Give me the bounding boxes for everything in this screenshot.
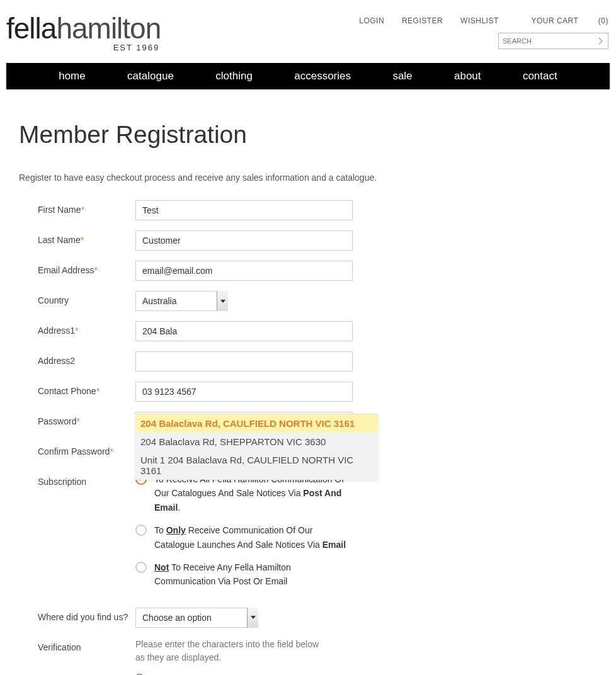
email-label: Email Address <box>38 265 94 275</box>
nav-clothing[interactable]: clothing <box>215 70 253 82</box>
country-label: Country <box>38 295 69 305</box>
logo-brand-bold: fella <box>6 12 56 45</box>
subscription-opt3-text: Not To Receive Any Fella Hamilton Commun… <box>154 560 353 589</box>
find-us-label: Where did you find us? <box>38 612 128 622</box>
address2-input[interactable] <box>135 351 353 372</box>
nav-accessories[interactable]: accessories <box>294 70 351 82</box>
wishlist-link[interactable]: WISHLIST <box>460 16 498 25</box>
phone-input[interactable] <box>135 382 353 402</box>
captcha-image: Qub <box>135 672 324 675</box>
intro-text: Register to have easy checkout process a… <box>19 173 597 183</box>
nav-contact[interactable]: contact <box>523 70 557 82</box>
autocomplete-item[interactable]: Unit 1 204 Balaclava Rd, CAULFIELD NORTH… <box>135 451 378 480</box>
nav-catalogue[interactable]: catalogue <box>127 70 174 82</box>
confirm-password-label: Confirm Password <box>38 446 110 457</box>
verification-instructions: Please enter the characters into the fie… <box>135 638 324 664</box>
verification-label: Verification <box>38 642 81 652</box>
password-label: Password <box>38 416 76 426</box>
address1-input[interactable] <box>135 321 353 341</box>
page-title: Member Registration <box>19 121 597 149</box>
cart-count: (0) <box>598 16 608 25</box>
login-link[interactable]: LOGIN <box>359 16 384 25</box>
subscription-label: Subscription <box>38 477 86 487</box>
autocomplete-item[interactable]: 204 Balaclava Rd, SHEPPARTON VIC 3630 <box>135 433 378 451</box>
main-content: Member Registration Register to have eas… <box>0 89 616 675</box>
find-us-select[interactable]: Choose an option <box>135 608 258 628</box>
address2-label: Address2 <box>38 356 75 366</box>
address-autocomplete-dropdown: 204 Balaclava Rd, CAULFIELD NORTH VIC 31… <box>135 414 378 480</box>
last-name-label: Last Name <box>38 235 81 245</box>
top-links: LOGIN REGISTER WISHLIST YOUR CART (0) <box>344 16 608 25</box>
last-name-input[interactable] <box>135 230 353 251</box>
chevron-right-icon <box>598 37 603 45</box>
address1-label: Address1 <box>38 326 75 336</box>
nav-about[interactable]: about <box>454 70 481 82</box>
search-input[interactable] <box>499 33 594 48</box>
logo[interactable]: fellahamilton EST 1969 <box>6 11 161 52</box>
first-name-input[interactable] <box>135 200 353 220</box>
email-input[interactable] <box>135 261 353 281</box>
header: fellahamilton EST 1969 LOGIN REGISTER WI… <box>0 0 616 63</box>
register-link[interactable]: REGISTER <box>402 16 443 25</box>
cart-link[interactable]: YOUR CART (0) <box>516 16 608 25</box>
logo-brand-light: hamilton <box>56 12 161 45</box>
first-name-label: First Name <box>38 205 81 215</box>
search-button[interactable] <box>594 33 608 48</box>
country-select[interactable]: Australia <box>135 291 228 311</box>
main-nav: home catalogue clothing accessories sale… <box>6 63 610 89</box>
phone-label: Contact Phone <box>38 386 96 396</box>
search-box <box>498 33 608 49</box>
autocomplete-item[interactable]: 204 Balaclava Rd, CAULFIELD NORTH VIC 31… <box>135 414 378 433</box>
nav-home[interactable]: home <box>59 70 86 82</box>
subscription-opt2-text: To Only Receive Communication Of Our Cat… <box>154 523 353 552</box>
subscription-radio-none[interactable] <box>135 562 147 573</box>
nav-sale[interactable]: sale <box>392 70 412 82</box>
subscription-radio-email[interactable] <box>135 525 147 536</box>
